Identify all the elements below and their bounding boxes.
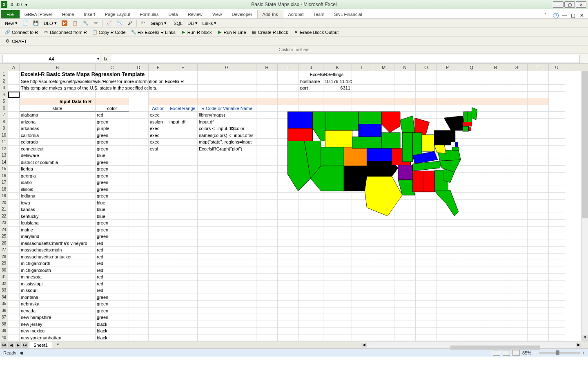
cell[interactable] (278, 328, 299, 334)
cell[interactable] (485, 200, 506, 206)
tab-developer[interactable]: Developer (227, 10, 257, 18)
cell[interactable] (8, 220, 20, 227)
cell[interactable] (485, 220, 506, 227)
cell[interactable] (129, 132, 149, 139)
row-header[interactable]: 11 (0, 139, 8, 146)
cell[interactable] (528, 267, 549, 274)
cell[interactable] (528, 152, 549, 159)
cell[interactable]: massachusetts:martha's vineyard (20, 240, 96, 247)
row-header[interactable]: 20 (0, 200, 8, 206)
cell[interactable]: green (96, 307, 129, 314)
cell[interactable] (416, 287, 437, 294)
cell[interactable] (198, 227, 256, 233)
cell[interactable] (506, 334, 528, 341)
cell[interactable]: 6311 (323, 85, 352, 92)
cell[interactable]: red (96, 247, 129, 254)
cell[interactable] (149, 247, 168, 254)
cell[interactable] (416, 280, 437, 287)
cell[interactable] (96, 78, 129, 85)
cell[interactable] (168, 146, 198, 153)
cell[interactable] (256, 132, 278, 139)
cell[interactable] (8, 287, 20, 294)
cell[interactable] (198, 280, 256, 287)
workbook-close-icon[interactable]: ✕ (580, 13, 586, 18)
row-header[interactable]: 8 (0, 119, 8, 126)
cell[interactable]: names(colors) <- input.df$s (198, 132, 256, 139)
cell[interactable] (256, 227, 278, 233)
cell[interactable] (323, 240, 352, 247)
cell[interactable] (149, 173, 168, 180)
cell[interactable]: eval (149, 146, 168, 153)
cell[interactable] (485, 301, 506, 307)
column-header-I[interactable]: I (278, 64, 299, 71)
cell[interactable] (8, 254, 20, 260)
cell[interactable]: exec (149, 139, 168, 146)
cell[interactable] (394, 260, 416, 267)
cell[interactable] (256, 139, 278, 146)
cell[interactable] (528, 98, 549, 105)
cell[interactable] (149, 301, 168, 307)
cell[interactable] (437, 240, 458, 247)
cell[interactable] (149, 179, 168, 186)
tab-home[interactable]: Home (57, 10, 79, 18)
cell[interactable] (506, 71, 528, 78)
row-header[interactable]: 38 (0, 321, 8, 328)
cell[interactable] (168, 233, 198, 240)
row-header[interactable]: 31 (0, 274, 8, 280)
tab-add-ins[interactable]: Add-Ins (257, 10, 283, 18)
cell[interactable] (485, 254, 506, 260)
cell[interactable] (549, 260, 565, 267)
cell[interactable] (528, 85, 549, 92)
fix-links-button[interactable]: 🔧Fix Excelsi-R Links (128, 29, 178, 36)
scroll-down-icon[interactable]: ▼ (582, 335, 588, 341)
cell[interactable] (8, 280, 20, 287)
cell[interactable] (8, 294, 20, 301)
macro-record-icon[interactable]: ⏺ (20, 350, 24, 355)
cell[interactable] (256, 213, 278, 220)
cell[interactable] (299, 314, 323, 321)
cell[interactable] (485, 280, 506, 287)
tab-file[interactable]: File (1, 10, 20, 18)
cell[interactable] (198, 267, 256, 274)
cell[interactable] (416, 92, 437, 99)
cell[interactable]: exec (149, 125, 168, 132)
cell[interactable]: green (96, 220, 129, 227)
cell[interactable] (168, 254, 198, 260)
cell[interactable] (129, 287, 149, 294)
disconnect-from-r-button[interactable]: ✂Disconnect from R (40, 29, 89, 36)
cell[interactable] (506, 200, 528, 206)
cell[interactable] (149, 287, 168, 294)
scrollbar-thumb[interactable] (582, 71, 588, 218)
cell[interactable]: Output Produced by R (256, 98, 278, 105)
cell[interactable] (506, 173, 528, 180)
cell[interactable] (352, 267, 373, 274)
cell[interactable] (416, 254, 437, 260)
cell[interactable] (416, 247, 437, 254)
cell[interactable] (278, 287, 299, 294)
cell[interactable] (168, 227, 198, 233)
cell[interactable] (549, 193, 565, 200)
cell[interactable] (373, 78, 394, 85)
cell[interactable] (373, 92, 394, 99)
cell[interactable] (549, 200, 565, 206)
cell[interactable] (549, 287, 565, 294)
column-header-D[interactable]: D (129, 64, 149, 71)
cell[interactable] (485, 78, 506, 85)
cell[interactable]: input.df (198, 119, 256, 126)
cell[interactable] (8, 321, 20, 328)
cell[interactable] (506, 206, 528, 213)
cell[interactable] (129, 193, 149, 200)
cell[interactable] (506, 159, 528, 166)
cell[interactable] (549, 321, 565, 328)
cell[interactable]: nevada (20, 307, 96, 314)
tab-review[interactable]: Review (183, 10, 207, 18)
cell[interactable] (549, 112, 565, 119)
run-r-line-button[interactable]: ▶Run R Line (214, 29, 249, 36)
sheet-nav-next[interactable]: ▶ (15, 342, 21, 348)
cell[interactable] (96, 98, 129, 105)
cell[interactable]: red (96, 260, 129, 267)
cell[interactable] (416, 274, 437, 280)
cell[interactable] (458, 267, 485, 274)
cell[interactable] (149, 260, 168, 267)
copy-r-code-button[interactable]: 📋Copy R Code (89, 29, 128, 36)
